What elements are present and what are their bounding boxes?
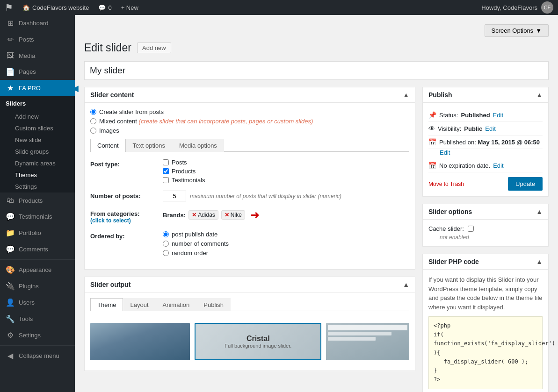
checkbox-products[interactable]: Products — [163, 168, 409, 175]
sidebar-item-slide-groups[interactable]: Slide groups — [0, 146, 75, 157]
slider-name-input[interactable] — [84, 61, 549, 80]
avatar[interactable]: CF — [541, 1, 553, 14]
status-value: Published — [461, 112, 490, 119]
testimonials-icon: 💬 — [6, 212, 15, 221]
radio-mixed-input[interactable] — [90, 118, 96, 124]
sidebar-item-settings-sub[interactable]: Settings — [0, 181, 75, 192]
radio-images-label: Images — [99, 127, 119, 134]
move-to-trash-link[interactable]: Move to Trash — [428, 181, 464, 187]
code-line-4: } — [434, 366, 537, 375]
theme-thumb-1[interactable] — [90, 323, 190, 360]
visibility-edit-link[interactable]: Edit — [485, 125, 495, 132]
radio-mixed-content[interactable]: Mixed content (create slider that can in… — [90, 118, 409, 125]
radio-images[interactable]: Images — [90, 127, 409, 134]
sidebar-item-plugins[interactable]: 🔌 Plugins — [0, 278, 75, 294]
sidebar-item-media[interactable]: 🖼 Media — [0, 48, 75, 64]
cache-checkbox[interactable] — [468, 226, 474, 232]
sidebar-item-themes[interactable]: Themes — [0, 169, 75, 181]
order-publish-date[interactable]: post publish date — [163, 231, 409, 238]
radio-images-input[interactable] — [90, 128, 96, 134]
sidebar-item-pages[interactable]: 📄 Pages — [0, 64, 75, 80]
publish-toggle-icon[interactable]: ▲ — [536, 91, 543, 99]
screen-options-bar: Screen Options ▼ — [84, 24, 549, 37]
wp-logo-icon[interactable]: ⚑ — [5, 2, 13, 13]
fa-pro-icon: ★ — [6, 84, 15, 93]
tab-content[interactable]: Content — [90, 139, 126, 152]
sidebar-item-appearance[interactable]: 🎨 Appearance — [0, 262, 75, 278]
cristal-title: Cristal — [246, 335, 270, 343]
sidebar-item-new-slide[interactable]: New slide — [0, 134, 75, 146]
checkbox-posts[interactable]: Posts — [163, 159, 409, 166]
status-edit-link[interactable]: Edit — [493, 112, 503, 119]
post-type-list: Posts Products Testimonials — [163, 159, 409, 184]
checkbox-testimonials-input[interactable] — [163, 177, 169, 183]
remove-nike-button[interactable]: ✕ — [225, 212, 229, 218]
ordered-by-row: Ordered by: post publish date — [90, 231, 409, 257]
sidebar-item-settings[interactable]: ⚙ Settings — [0, 327, 75, 343]
options-toggle-icon[interactable]: ▲ — [536, 208, 543, 215]
settings-icon: ⚙ — [6, 331, 15, 340]
order-comments-input[interactable] — [163, 241, 169, 247]
expiration-edit-link[interactable]: Edit — [493, 162, 503, 169]
sidebar-item-custom-slides[interactable]: Custom slides — [0, 122, 75, 134]
order-random-input[interactable] — [163, 250, 169, 256]
order-random[interactable]: random order — [163, 249, 409, 257]
visibility-label: Visibility: — [438, 125, 461, 132]
metabox-toggle-icon[interactable]: ▲ — [403, 91, 409, 99]
theme-thumb-cristal[interactable]: Cristal Full background image slider. — [195, 323, 321, 360]
checkbox-products-input[interactable] — [163, 168, 169, 174]
checkbox-posts-input[interactable] — [163, 159, 169, 165]
products-icon: 🛍 — [6, 196, 15, 205]
main-column: Slider content ▲ Create slider from post… — [84, 87, 415, 392]
order-publish-date-label: post publish date — [172, 231, 217, 238]
add-new-button[interactable]: Add new — [137, 43, 171, 53]
sidebar-item-sliders[interactable]: Sliders — [0, 96, 75, 111]
sidebar-item-portfolio[interactable]: 📁 Portfolio — [0, 225, 75, 241]
output-toggle-icon[interactable]: ▲ — [403, 281, 409, 288]
update-button[interactable]: Update — [508, 177, 543, 191]
pages-icon: 📄 — [6, 67, 15, 76]
remove-adidas-button[interactable]: ✕ — [192, 212, 196, 218]
plugins-icon: 🔌 — [6, 282, 15, 291]
tab-layout[interactable]: Layout — [123, 298, 155, 311]
num-posts-input[interactable] — [163, 191, 186, 201]
order-publish-date-input[interactable] — [163, 231, 169, 237]
publish-body: 📌 Status: Published Edit 👁 Visibility: P… — [423, 103, 548, 196]
tab-text-options[interactable]: Text options — [126, 139, 172, 152]
tab-publish[interactable]: Publish — [196, 298, 231, 311]
adminbar-new[interactable]: + New — [116, 0, 143, 15]
radio-from-posts-label: Create slider from posts — [99, 108, 164, 115]
radio-create-from-posts[interactable]: Create slider from posts — [90, 108, 409, 115]
sidebar-item-dynamic-areas[interactable]: Dynamic areas — [0, 157, 75, 169]
sidebar-item-comments[interactable]: 💬 Comments — [0, 241, 75, 257]
order-comments[interactable]: number of comments — [163, 240, 409, 247]
sidebar-item-collapse[interactable]: ◀ Collapse menu — [0, 348, 75, 364]
tab-animation[interactable]: Animation — [156, 298, 197, 311]
php-code-body: If you want to display this Slider into … — [423, 270, 548, 392]
radio-from-posts-input[interactable] — [90, 109, 96, 115]
published-on-edit-link[interactable]: Edit — [440, 149, 450, 156]
sidebar-item-label: Posts — [19, 36, 34, 43]
sidebar-item-tools[interactable]: 🔧 Tools — [0, 311, 75, 327]
screen-options-button[interactable]: Screen Options ▼ — [485, 24, 549, 37]
sidebar-item-products[interactable]: 🛍 Products — [0, 192, 75, 208]
adminbar-comments[interactable]: 💬 0 — [94, 0, 116, 15]
sidebar-item-add-new[interactable]: Add new — [0, 111, 75, 122]
php-toggle-icon[interactable]: ▲ — [536, 258, 543, 265]
comment-icon: 💬 — [98, 4, 106, 11]
content-area: Slider content ▲ Create slider from post… — [84, 87, 549, 392]
side-column: Publish ▲ 📌 Status: Published Edit 👁 Vis — [422, 87, 549, 392]
sidebar-item-label: Products — [19, 197, 43, 204]
checkbox-testimonials[interactable]: Testimonials — [163, 177, 409, 184]
sidebar-item-users[interactable]: 👤 Users — [0, 294, 75, 311]
sidebar-item-testimonials[interactable]: 💬 Testimonials — [0, 208, 75, 225]
tab-media-options[interactable]: Media options — [172, 139, 224, 152]
php-code-block[interactable]: <?php if( function_exists('fa_display_sl… — [428, 316, 543, 389]
sidebar-item-dashboard[interactable]: ⊞ Dashboard — [0, 15, 75, 31]
sidebar-item-fa-pro[interactable]: ★ FA PRO — [0, 80, 75, 96]
adminbar-site[interactable]: 🏠 CodeFlavors website — [18, 0, 94, 15]
tab-theme[interactable]: Theme — [90, 298, 123, 311]
click-to-select-link[interactable]: (click to select) — [90, 217, 156, 224]
sidebar-item-posts[interactable]: ✏ Posts — [0, 31, 75, 48]
theme-thumb-3[interactable]: Slide themes list — [326, 323, 409, 360]
